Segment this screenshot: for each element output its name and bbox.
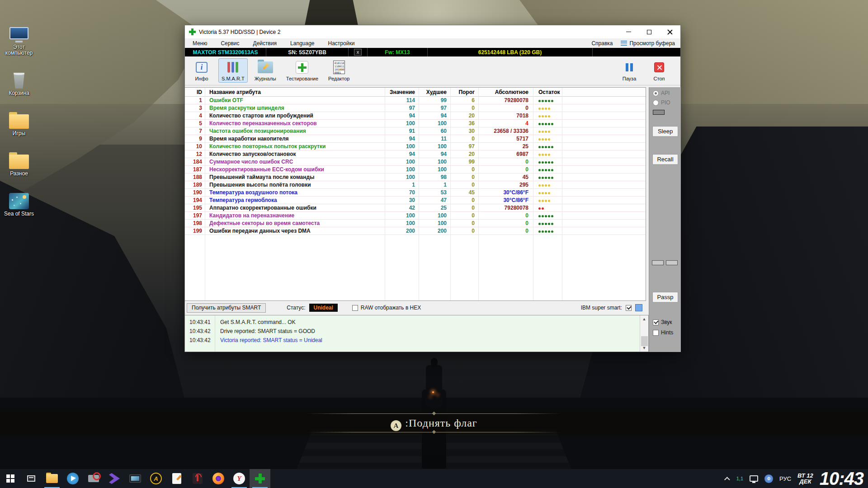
- table-row-199[interactable]: 199Ошибки передачи данных через DMA20020…: [185, 227, 646, 235]
- table-row-1[interactable]: 1Ошибки OTF11499679280078: [185, 97, 646, 104]
- taskbar-button-notes[interactable]: [166, 469, 187, 488]
- blue-app-tray-icon[interactable]: Ф: [764, 474, 773, 483]
- log-panel[interactable]: 10:43:41 Get S.M.A.R.T. command... OK 10…: [185, 315, 649, 352]
- attr-name: Суммарное число ошибок CRC: [205, 158, 385, 165]
- menu-item[interactable]: Сервис: [214, 40, 246, 47]
- taskbar-button-file-explorer[interactable]: [42, 469, 62, 488]
- attr-health: [533, 166, 562, 173]
- table-row-194[interactable]: 194Температура гермоблока3047030°C/86°F: [185, 197, 646, 204]
- toolbar-button-logs[interactable]: Журналы: [251, 58, 279, 83]
- color-swatch-button[interactable]: [635, 304, 642, 311]
- taskbar-button-signal-tower[interactable]: [187, 469, 208, 488]
- radio-pio-dot[interactable]: [653, 100, 659, 106]
- folder-icon: [9, 155, 29, 169]
- desktop-icon-4[interactable]: Sea of Stars: [1, 189, 37, 217]
- menu-item[interactable]: Настройки: [321, 40, 362, 47]
- ibm-checkbox-box[interactable]: [626, 305, 632, 311]
- log-scrollbar[interactable]: ▲ ▼: [640, 315, 648, 352]
- taskbar-button-start[interactable]: [0, 469, 21, 488]
- toolbar-button-pause[interactable]: Пауза: [616, 58, 642, 83]
- attr-health: [533, 127, 562, 135]
- table-row-184[interactable]: 184Суммарное число ошибок CRC100100990: [185, 158, 646, 166]
- radio-api-dot[interactable]: [653, 90, 659, 96]
- table-row-197[interactable]: 197Кандидатов на переназначение10010000: [185, 212, 646, 220]
- taskbar-button-kmplayer[interactable]: [104, 469, 125, 488]
- sound-checkbox[interactable]: Звук: [653, 319, 672, 325]
- menu-help[interactable]: Справка: [584, 40, 621, 47]
- toolbar-button-test[interactable]: Тестирование: [283, 58, 321, 83]
- table-row-195[interactable]: 195Аппаратно скорректированные ошибки422…: [185, 204, 646, 212]
- taskbar-button-yandex-browser[interactable]: Y: [229, 469, 250, 488]
- taskbar-button-task-view[interactable]: [21, 469, 42, 488]
- ibm-super-smart[interactable]: IBM super smart:: [581, 304, 642, 311]
- hints-checkbox[interactable]: Hints: [653, 329, 673, 336]
- taskbar-button-telegram[interactable]: [62, 469, 83, 488]
- passp-button[interactable]: Passp: [652, 292, 678, 303]
- table-row-187[interactable]: 187Нескорректированные ECC-кодом ошибки1…: [185, 166, 646, 174]
- drive-bar-close-button[interactable]: x: [349, 48, 368, 56]
- mini-button-2[interactable]: [666, 260, 678, 265]
- test-tubes-icon: [227, 62, 238, 73]
- tray-clock[interactable]: 10:43: [820, 469, 863, 488]
- taskbar-button-daemon-tools[interactable]: A: [146, 469, 166, 488]
- image-shortcut-icon: [9, 193, 29, 209]
- get-smart-attributes-button[interactable]: Получить атрибуты SMART: [187, 303, 266, 313]
- close-button[interactable]: [660, 25, 680, 38]
- attr-value: 100: [385, 158, 419, 165]
- raw-hex-checkbox[interactable]: RAW отображать в HEX: [352, 305, 421, 311]
- desktop-icon-2[interactable]: Игры: [1, 109, 37, 136]
- attr-raw: 4: [478, 120, 533, 127]
- scroll-down-icon[interactable]: ▼: [640, 344, 648, 352]
- toolbar-button-smart[interactable]: S.M.A.R.T: [218, 58, 248, 83]
- tray-badge[interactable]: 1,1: [736, 476, 743, 481]
- table-row-4[interactable]: 4Количество стартов или пробуждений94942…: [185, 112, 646, 120]
- menu-item[interactable]: Действия: [246, 40, 284, 47]
- language-indicator[interactable]: РУС: [779, 475, 791, 482]
- mini-buttons[interactable]: [652, 260, 678, 265]
- taskbar-button-input-block[interactable]: [83, 469, 104, 488]
- scroll-up-icon[interactable]: ▲: [640, 315, 648, 323]
- radio-api[interactable]: API: [653, 90, 670, 96]
- maximize-button[interactable]: [639, 25, 660, 38]
- table-row-188[interactable]: 188Превышений таймаута после команды1009…: [185, 174, 646, 181]
- menu-item[interactable]: Language: [283, 40, 321, 47]
- sound-checkbox-box[interactable]: [653, 319, 659, 325]
- smart-attributes-table[interactable]: IDНазвание атрибутаЗначениеХудшееПорогАб…: [185, 87, 646, 301]
- title-bar[interactable]: Victoria 5.37 HDD/SSD | Device 2: [185, 25, 680, 38]
- attr-threshold: 0: [450, 174, 478, 181]
- table-row-7[interactable]: 7Частота ошибок позиционирования91603023…: [185, 127, 646, 135]
- taskbar-button-victoria[interactable]: [250, 469, 270, 488]
- mini-button-1[interactable]: [652, 260, 664, 265]
- hints-checkbox-box[interactable]: [653, 330, 659, 336]
- taskbar-button-firefox[interactable]: [208, 469, 229, 488]
- toolbar-button-stop[interactable]: Стоп: [646, 58, 672, 83]
- taskbar-button-display-capture[interactable]: [125, 469, 146, 488]
- desktop-icon-3[interactable]: Разное: [1, 149, 37, 177]
- drive-model[interactable]: MAXTOR STM3320613AS: [185, 48, 266, 56]
- table-row-3[interactable]: 3Время раскрутки шпинделя979700: [185, 104, 646, 112]
- table-row-12[interactable]: 12Количество запусков/остановок949420698…: [185, 150, 646, 158]
- desktop-icon-0[interactable]: Этот компьютер: [1, 23, 37, 56]
- table-row-198[interactable]: 198Дефектные секторы во время самотеста1…: [185, 220, 646, 227]
- table-header[interactable]: IDНазвание атрибутаЗначениеХудшееПорогАб…: [185, 88, 646, 97]
- menu-item[interactable]: Меню: [185, 40, 214, 47]
- menu-buffer-view[interactable]: Просмотр буфера: [621, 40, 680, 47]
- toolbar-button-editor[interactable]: 010110 110011 101000 0001Редактор: [325, 58, 353, 83]
- attr-id: 190: [185, 189, 205, 196]
- display-tray-icon[interactable]: [750, 475, 758, 482]
- sleep-button[interactable]: Sleep: [652, 126, 678, 137]
- desktop-icon-1[interactable]: Корзина: [1, 69, 37, 96]
- recall-button[interactable]: Recall: [652, 154, 678, 165]
- toolbar-button-info[interactable]: iИнфо: [189, 58, 215, 83]
- table-row-5[interactable]: 5Количество переназначенных секторов1001…: [185, 120, 646, 127]
- tray-overflow-chevron-icon[interactable]: [724, 477, 730, 483]
- minimize-button[interactable]: [618, 25, 639, 38]
- table-row-189[interactable]: 189Превышения высоты полёта головки11029…: [185, 181, 646, 189]
- tray-date[interactable]: ВТ 12 ДЕК: [797, 473, 813, 484]
- table-row-10[interactable]: 10Количество повторных попыток раскрутки…: [185, 143, 646, 150]
- col-threshold: Порог: [450, 88, 478, 97]
- raw-hex-checkbox-box[interactable]: [352, 305, 358, 311]
- table-row-190[interactable]: 190Температура воздушного потока70534530…: [185, 189, 646, 197]
- table-row-9[interactable]: 9Время наработки накопителя941105717: [185, 135, 646, 143]
- radio-pio[interactable]: PIO: [653, 99, 670, 106]
